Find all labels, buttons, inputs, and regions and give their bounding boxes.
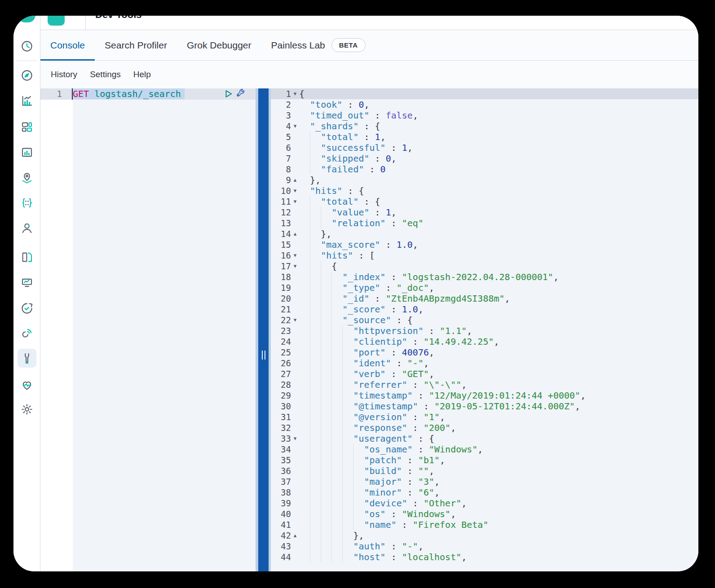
output-line[interactable]: 36 "build" : "", bbox=[271, 465, 698, 476]
output-line[interactable]: 17▾ { bbox=[271, 261, 698, 272]
output-line[interactable]: 32 "response" : "200", bbox=[271, 422, 698, 433]
sidebar-item-machine-learning[interactable] bbox=[18, 193, 36, 212]
sidebar-item-dev-tools[interactable] bbox=[18, 349, 36, 368]
sidebar-item-stack-management[interactable] bbox=[18, 400, 36, 419]
tab-console[interactable]: Console bbox=[40, 30, 95, 60]
output-line[interactable]: 27 "verb" : "GET", bbox=[271, 369, 698, 379]
tab-search-profiler[interactable]: Search Profiler bbox=[95, 30, 177, 60]
sidebar-item-apm[interactable] bbox=[18, 324, 36, 342]
output-line[interactable]: 35 "patch" : "b1", bbox=[271, 455, 698, 465]
output-line[interactable]: 7 "skipped" : 0, bbox=[271, 153, 698, 164]
fold-spacer bbox=[291, 358, 299, 369]
fold-spacer bbox=[291, 207, 299, 218]
output-line[interactable]: 37 "major" : "3", bbox=[271, 476, 698, 487]
sidebar-item-uptime[interactable] bbox=[18, 299, 36, 318]
output-line[interactable]: 11▾ "total" : { bbox=[271, 196, 698, 207]
request-options-button[interactable] bbox=[235, 89, 246, 100]
output-line[interactable]: 23 "httpversion" : "1.1", bbox=[271, 325, 698, 336]
fold-toggle-icon[interactable]: ▾ bbox=[291, 121, 299, 132]
fold-toggle-icon[interactable]: ▾ bbox=[291, 185, 299, 196]
sidebar-item-visualize[interactable] bbox=[18, 92, 36, 110]
menu-item-help[interactable]: Help bbox=[133, 70, 151, 79]
output-line[interactable]: 29 "timestamp" : "12/May/2019:01:24:44 +… bbox=[271, 390, 698, 401]
gear-icon bbox=[20, 403, 34, 416]
pane-splitter[interactable] bbox=[258, 88, 269, 571]
request-content[interactable] bbox=[73, 88, 256, 571]
grip-lines-icon[interactable] bbox=[258, 349, 269, 361]
output-line[interactable]: 22▾ "_source" : { bbox=[271, 315, 698, 325]
tab-painless-lab[interactable]: Painless LabBETA bbox=[261, 30, 375, 60]
output-line[interactable]: 20 "_id" : "ZtEnb4ABpzmgd4SI388m", bbox=[271, 293, 698, 304]
sidebar-item-stack-monitoring[interactable] bbox=[18, 376, 36, 395]
fold-toggle-icon[interactable]: ▴ bbox=[291, 228, 299, 239]
output-line[interactable]: 26 "ident" : "-", bbox=[271, 358, 698, 369]
output-line[interactable]: 12 "value" : 1, bbox=[271, 207, 698, 218]
fold-toggle-icon[interactable]: ▾ bbox=[291, 88, 299, 99]
output-line[interactable]: 1▾{ bbox=[271, 88, 698, 99]
menu-item-settings[interactable]: Settings bbox=[90, 70, 121, 79]
output-line[interactable]: 19 "_type" : "_doc", bbox=[271, 282, 698, 293]
fold-spacer bbox=[291, 412, 299, 422]
output-line[interactable]: 38 "minor" : "6", bbox=[271, 487, 698, 498]
menu-item-history[interactable]: History bbox=[51, 70, 77, 79]
output-line[interactable]: 39 "device" : "Other", bbox=[271, 498, 698, 509]
fold-toggle-icon[interactable]: ▾ bbox=[291, 433, 299, 444]
code-text: "os" : "Windows", bbox=[299, 509, 698, 519]
fold-spacer bbox=[291, 487, 299, 498]
output-line[interactable]: 33▾ "useragent" : { bbox=[271, 433, 698, 444]
fold-spacer bbox=[291, 282, 299, 293]
fold-toggle-icon[interactable]: ▾ bbox=[291, 196, 299, 207]
output-line[interactable]: 18 "_index" : "logstash-2022.04.28-00000… bbox=[271, 272, 698, 282]
fold-toggle-icon[interactable]: ▴ bbox=[291, 175, 299, 185]
output-line[interactable]: 5 "total" : 1, bbox=[271, 132, 698, 142]
tab-grok-debugger[interactable]: Grok Debugger bbox=[177, 30, 261, 60]
output-line[interactable]: 34 "os_name" : "Windows", bbox=[271, 444, 698, 455]
fold-toggle-icon[interactable]: ▾ bbox=[291, 261, 299, 272]
output-line[interactable]: 15 "max_score" : 1.0, bbox=[271, 239, 698, 250]
sidebar-item-logs[interactable] bbox=[18, 248, 36, 267]
line-number: 2 bbox=[271, 99, 291, 110]
request-line[interactable]: 1 GET logstash/_search bbox=[40, 88, 256, 100]
sidebar-item-canvas[interactable] bbox=[18, 143, 36, 162]
sidebar-item-recently-viewed[interactable] bbox=[18, 37, 36, 56]
output-line[interactable]: 44 "host" : "localhost", bbox=[271, 552, 698, 562]
output-line[interactable]: 31 "@version" : "1", bbox=[271, 412, 698, 422]
output-line[interactable]: 21 "_score" : 1.0, bbox=[271, 304, 698, 315]
output-line[interactable]: 14▴ }, bbox=[271, 228, 698, 239]
output-line[interactable]: 2 "took" : 0, bbox=[271, 99, 698, 110]
sidebar-item-dashboard[interactable] bbox=[18, 118, 36, 136]
output-line[interactable]: 13 "relation" : "eq" bbox=[271, 218, 698, 228]
output-line[interactable]: 24 "clientip" : "14.49.42.25", bbox=[271, 336, 698, 347]
sidebar-item-metrics[interactable] bbox=[18, 273, 36, 292]
output-line[interactable]: 9▴ }, bbox=[271, 175, 698, 185]
output-line[interactable]: 42▴ }, bbox=[271, 530, 698, 541]
code-text: { bbox=[299, 88, 698, 99]
code-text: "major" : "3", bbox=[299, 476, 698, 487]
output-line[interactable]: 43 "auth" : "-", bbox=[271, 541, 698, 552]
output-line[interactable]: 40 "os" : "Windows", bbox=[271, 509, 698, 519]
line-number: 39 bbox=[271, 498, 291, 509]
fold-toggle-icon[interactable]: ▾ bbox=[291, 250, 299, 261]
fold-toggle-icon[interactable]: ▴ bbox=[291, 530, 299, 541]
output-line[interactable]: 3 "timed_out" : false, bbox=[271, 110, 698, 121]
fold-spacer bbox=[291, 142, 299, 153]
output-line[interactable]: 6 "successful" : 1, bbox=[271, 142, 698, 153]
output-line[interactable]: 16▾ "hits" : [ bbox=[271, 250, 698, 261]
output-line[interactable]: 8 "failed" : 0 bbox=[271, 164, 698, 175]
sidebar-item-maps[interactable] bbox=[18, 169, 36, 188]
output-line[interactable]: 41 "name" : "Firefox Beta" bbox=[271, 519, 698, 530]
output-line[interactable]: 28 "referrer" : "\"-\"", bbox=[271, 379, 698, 390]
code-text: "build" : "", bbox=[299, 465, 698, 476]
output-line[interactable]: 30 "@timestamp" : "2019-05-12T01:24:44.0… bbox=[271, 401, 698, 412]
output-line[interactable]: 10▾ "hits" : { bbox=[271, 185, 698, 196]
response-pane[interactable]: 1▾{2 "took" : 0,3 "timed_out" : false,4▾… bbox=[271, 88, 698, 571]
sidebar-item-discover[interactable] bbox=[18, 66, 36, 85]
fold-toggle-icon[interactable]: ▾ bbox=[291, 315, 299, 325]
sidebar-item-enterprise-search[interactable] bbox=[18, 219, 36, 237]
send-request-button[interactable] bbox=[223, 89, 234, 100]
line-number: 8 bbox=[271, 164, 291, 175]
fold-spacer bbox=[291, 272, 299, 282]
output-line[interactable]: 4▾ "_shards" : { bbox=[271, 121, 698, 132]
output-line[interactable]: 25 "port" : 40076, bbox=[271, 347, 698, 358]
request-pane[interactable]: 1 GET logstash/_search bbox=[40, 88, 256, 571]
